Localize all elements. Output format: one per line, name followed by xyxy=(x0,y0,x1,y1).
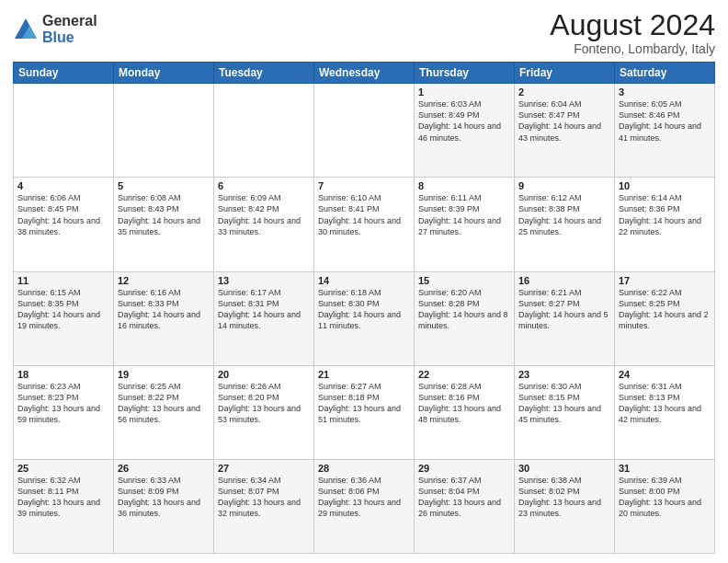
table-row: 11Sunrise: 6:15 AM Sunset: 8:35 PM Dayli… xyxy=(14,271,114,365)
day-info: Sunrise: 6:39 AM Sunset: 8:00 PM Dayligh… xyxy=(619,475,711,520)
day-number: 30 xyxy=(518,463,610,474)
col-tuesday: Tuesday xyxy=(214,63,314,84)
table-row: 8Sunrise: 6:11 AM Sunset: 8:39 PM Daylig… xyxy=(415,178,515,271)
day-number: 27 xyxy=(218,463,310,474)
day-number: 1 xyxy=(418,86,510,98)
day-info: Sunrise: 6:17 AM Sunset: 8:31 PM Dayligh… xyxy=(218,287,310,332)
calendar: Sunday Monday Tuesday Wednesday Thursday… xyxy=(13,62,715,554)
table-row: 13Sunrise: 6:17 AM Sunset: 8:31 PM Dayli… xyxy=(214,271,314,365)
table-row: 4Sunrise: 6:06 AM Sunset: 8:45 PM Daylig… xyxy=(14,178,114,271)
day-info: Sunrise: 6:21 AM Sunset: 8:27 PM Dayligh… xyxy=(518,287,610,332)
day-number: 25 xyxy=(17,463,109,474)
table-row: 26Sunrise: 6:33 AM Sunset: 8:09 PM Dayli… xyxy=(114,459,214,553)
day-info: Sunrise: 6:09 AM Sunset: 8:42 PM Dayligh… xyxy=(218,192,310,237)
table-row: 7Sunrise: 6:10 AM Sunset: 8:41 PM Daylig… xyxy=(314,178,415,271)
day-info: Sunrise: 6:08 AM Sunset: 8:43 PM Dayligh… xyxy=(118,192,210,237)
table-row: 1Sunrise: 6:03 AM Sunset: 8:49 PM Daylig… xyxy=(415,84,515,178)
table-row: 24Sunrise: 6:31 AM Sunset: 8:13 PM Dayli… xyxy=(615,365,715,459)
logo-icon xyxy=(13,17,39,42)
col-sunday: Sunday xyxy=(14,63,114,84)
logo: General Blue xyxy=(13,13,97,45)
day-info: Sunrise: 6:26 AM Sunset: 8:20 PM Dayligh… xyxy=(218,381,310,426)
day-number: 8 xyxy=(418,180,510,191)
day-info: Sunrise: 6:05 AM Sunset: 8:46 PM Dayligh… xyxy=(619,98,711,144)
day-info: Sunrise: 6:14 AM Sunset: 8:36 PM Dayligh… xyxy=(619,192,711,237)
logo-text: General Blue xyxy=(42,13,97,45)
calendar-week-1: 1Sunrise: 6:03 AM Sunset: 8:49 PM Daylig… xyxy=(14,84,715,178)
table-row: 27Sunrise: 6:34 AM Sunset: 8:07 PM Dayli… xyxy=(214,459,314,553)
table-row: 23Sunrise: 6:30 AM Sunset: 8:15 PM Dayli… xyxy=(515,365,615,459)
table-row: 14Sunrise: 6:18 AM Sunset: 8:30 PM Dayli… xyxy=(314,271,415,365)
day-number: 22 xyxy=(418,369,510,380)
day-info: Sunrise: 6:16 AM Sunset: 8:33 PM Dayligh… xyxy=(118,287,210,332)
table-row: 12Sunrise: 6:16 AM Sunset: 8:33 PM Dayli… xyxy=(114,271,214,365)
table-row: 3Sunrise: 6:05 AM Sunset: 8:46 PM Daylig… xyxy=(615,84,715,178)
day-info: Sunrise: 6:38 AM Sunset: 8:02 PM Dayligh… xyxy=(518,475,610,520)
col-wednesday: Wednesday xyxy=(314,63,415,84)
day-info: Sunrise: 6:32 AM Sunset: 8:11 PM Dayligh… xyxy=(17,475,109,520)
day-info: Sunrise: 6:04 AM Sunset: 8:47 PM Dayligh… xyxy=(518,98,610,144)
day-info: Sunrise: 6:33 AM Sunset: 8:09 PM Dayligh… xyxy=(118,475,210,520)
table-row xyxy=(314,84,415,178)
day-info: Sunrise: 6:30 AM Sunset: 8:15 PM Dayligh… xyxy=(518,381,610,426)
day-number: 11 xyxy=(17,275,109,286)
day-info: Sunrise: 6:28 AM Sunset: 8:16 PM Dayligh… xyxy=(418,381,510,426)
col-thursday: Thursday xyxy=(415,63,515,84)
day-info: Sunrise: 6:34 AM Sunset: 8:07 PM Dayligh… xyxy=(218,475,310,520)
day-info: Sunrise: 6:22 AM Sunset: 8:25 PM Dayligh… xyxy=(619,287,711,332)
table-row: 25Sunrise: 6:32 AM Sunset: 8:11 PM Dayli… xyxy=(14,459,114,553)
day-number: 5 xyxy=(118,180,210,191)
table-row: 30Sunrise: 6:38 AM Sunset: 8:02 PM Dayli… xyxy=(515,459,615,553)
day-info: Sunrise: 6:10 AM Sunset: 8:41 PM Dayligh… xyxy=(318,192,410,237)
logo-blue: Blue xyxy=(42,29,97,46)
table-row xyxy=(214,84,314,178)
calendar-week-3: 11Sunrise: 6:15 AM Sunset: 8:35 PM Dayli… xyxy=(14,271,715,365)
day-number: 24 xyxy=(619,369,711,380)
page: General Blue August 2024 Fonteno, Lombar… xyxy=(0,0,728,563)
subtitle: Fonteno, Lombardy, Italy xyxy=(550,41,715,56)
day-number: 20 xyxy=(218,369,310,380)
table-row: 22Sunrise: 6:28 AM Sunset: 8:16 PM Dayli… xyxy=(415,365,515,459)
table-row: 10Sunrise: 6:14 AM Sunset: 8:36 PM Dayli… xyxy=(615,178,715,271)
calendar-week-2: 4Sunrise: 6:06 AM Sunset: 8:45 PM Daylig… xyxy=(14,178,715,271)
day-number: 4 xyxy=(17,180,109,191)
day-number: 2 xyxy=(518,86,610,98)
day-info: Sunrise: 6:18 AM Sunset: 8:30 PM Dayligh… xyxy=(318,287,410,332)
day-number: 21 xyxy=(318,369,410,380)
day-number: 9 xyxy=(518,180,610,191)
day-info: Sunrise: 6:15 AM Sunset: 8:35 PM Dayligh… xyxy=(17,287,109,332)
day-number: 3 xyxy=(619,86,711,98)
day-number: 18 xyxy=(17,369,109,380)
table-row: 2Sunrise: 6:04 AM Sunset: 8:47 PM Daylig… xyxy=(515,84,615,178)
day-info: Sunrise: 6:37 AM Sunset: 8:04 PM Dayligh… xyxy=(418,475,510,520)
main-title: August 2024 xyxy=(550,9,715,41)
day-number: 6 xyxy=(218,180,310,191)
col-monday: Monday xyxy=(114,63,214,84)
day-number: 26 xyxy=(118,463,210,474)
table-row: 19Sunrise: 6:25 AM Sunset: 8:22 PM Dayli… xyxy=(114,365,214,459)
day-number: 29 xyxy=(418,463,510,474)
day-info: Sunrise: 6:31 AM Sunset: 8:13 PM Dayligh… xyxy=(619,381,711,426)
day-info: Sunrise: 6:36 AM Sunset: 8:06 PM Dayligh… xyxy=(318,475,410,520)
table-row: 6Sunrise: 6:09 AM Sunset: 8:42 PM Daylig… xyxy=(214,178,314,271)
day-info: Sunrise: 6:11 AM Sunset: 8:39 PM Dayligh… xyxy=(418,192,510,237)
table-row: 31Sunrise: 6:39 AM Sunset: 8:00 PM Dayli… xyxy=(615,459,715,553)
title-block: August 2024 Fonteno, Lombardy, Italy xyxy=(550,9,715,56)
day-number: 31 xyxy=(619,463,711,474)
day-info: Sunrise: 6:25 AM Sunset: 8:22 PM Dayligh… xyxy=(118,381,210,426)
table-row: 18Sunrise: 6:23 AM Sunset: 8:23 PM Dayli… xyxy=(14,365,114,459)
table-row: 21Sunrise: 6:27 AM Sunset: 8:18 PM Dayli… xyxy=(314,365,415,459)
table-row xyxy=(14,84,114,178)
day-number: 17 xyxy=(619,275,711,286)
day-number: 13 xyxy=(218,275,310,286)
table-row: 5Sunrise: 6:08 AM Sunset: 8:43 PM Daylig… xyxy=(114,178,214,271)
day-number: 10 xyxy=(619,180,711,191)
day-number: 16 xyxy=(518,275,610,286)
table-row: 16Sunrise: 6:21 AM Sunset: 8:27 PM Dayli… xyxy=(515,271,615,365)
table-row: 29Sunrise: 6:37 AM Sunset: 8:04 PM Dayli… xyxy=(415,459,515,553)
calendar-week-4: 18Sunrise: 6:23 AM Sunset: 8:23 PM Dayli… xyxy=(14,365,715,459)
logo-general: General xyxy=(42,13,97,29)
day-info: Sunrise: 6:03 AM Sunset: 8:49 PM Dayligh… xyxy=(418,98,510,144)
day-number: 14 xyxy=(318,275,410,286)
day-info: Sunrise: 6:12 AM Sunset: 8:38 PM Dayligh… xyxy=(518,192,610,237)
